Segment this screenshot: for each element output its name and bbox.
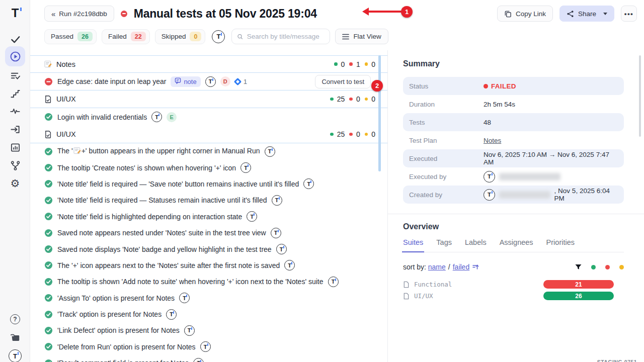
annotation-arrow-1 [363,6,401,17]
tester-avatar[interactable]: T [205,76,216,87]
sort-by-failed-link[interactable]: failed [453,263,469,271]
more-menu-button[interactable]: ••• [621,6,637,22]
overview-suite-row[interactable]: UI/UX26 [403,290,624,302]
test-row[interactable]: 'Note title' field is highlighted depend… [30,209,387,225]
tester-avatar[interactable]: T [276,244,287,254]
passed-status-icon [44,179,53,188]
sidebar-item-help[interactable]: ? [5,309,25,329]
copy-link-button[interactable]: Copy Link [497,6,553,22]
panel-scrollbar[interactable] [639,55,641,137]
test-row[interactable]: 'Link Defect' option is present for Note… [30,322,387,338]
tester-avatar[interactable]: T [272,195,282,206]
assignee-filter-avatar[interactable]: T [212,30,225,43]
sort-ascending-icon[interactable] [472,263,479,270]
test-row[interactable]: 'Note title' field is required — 'Save n… [30,176,387,192]
skipped-dot [365,133,368,136]
tester-avatar[interactable]: T [166,309,177,320]
test-row[interactable]: Saved note appears nested under 'Notes' … [30,225,387,241]
memo-icon [44,60,52,68]
legend-skipped-dot[interactable] [619,265,624,269]
sidebar-item-runs[interactable] [5,46,25,66]
tab-priorities[interactable]: Priorities [546,238,575,252]
redacted-username [499,173,560,180]
passed-status-icon [44,212,53,221]
list-scrollbar[interactable] [378,55,381,171]
test-row[interactable]: The tooltip is shown 'Add note to suite'… [30,274,387,290]
overview-count-bar: 21 [543,280,614,289]
test-row[interactable]: The tooltip 'Create notes' is shown when… [30,159,387,175]
suite-title: UI/UX [56,130,76,138]
suite-failed-count: 1 [356,60,360,68]
passed-status-icon [44,310,53,319]
legend-passed-dot[interactable] [591,265,596,269]
tester-avatar[interactable]: T [284,260,295,270]
test-title: Saved note appears nested under 'Notes' … [57,229,266,237]
test-row[interactable]: 'Result comment' field is present for No… [30,355,387,362]
tab-assignees[interactable]: Assignees [500,238,533,252]
page-title: Manual tests at 05 Nov 2025 19:04 [134,7,317,21]
tester-avatar[interactable]: T [265,146,275,157]
tab-suites[interactable]: Suites [403,238,423,252]
failed-label: Failed [108,33,127,40]
overview-suite-row[interactable]: Functional21 [403,279,624,290]
tab-labels[interactable]: Labels [465,238,487,252]
tester-avatar[interactable]: T [240,162,251,173]
search-box [231,29,330,44]
test-row[interactable]: 'Note title' field is required — Statuse… [30,192,387,208]
test-row[interactable]: The '+' button appears in the upper righ… [30,143,387,159]
sidebar-item-account[interactable]: T [5,346,25,362]
tester-avatar[interactable]: T [271,228,281,238]
suite-failed-count: 0 [356,130,360,138]
share-button[interactable]: Share [559,6,614,22]
flat-view-button[interactable]: Flat View [335,29,388,44]
suite-row[interactable]: Notes010 [30,55,387,73]
tester-avatar[interactable]: T [184,325,195,336]
overview-tabs: Suites Tags Labels Assignees Priorities [403,238,624,252]
label-badge-d[interactable]: D [220,76,230,86]
sidebar-item-settings[interactable]: ⚙ [5,173,25,194]
tester-avatar[interactable]: T [151,112,162,122]
tester-avatar[interactable]: T [303,178,314,189]
tab-tags[interactable]: Tags [436,238,452,252]
passed-count-badge: 26 [77,32,93,41]
test-row[interactable]: Login with invalid credentialsTE [30,108,387,126]
sidebar-item-branches[interactable] [5,155,25,175]
test-row[interactable]: Edge case: date input on leap yearnoteTD… [30,73,387,90]
sidebar-item-import[interactable] [5,119,25,139]
legend-failed-dot[interactable] [605,265,610,269]
sidebar-item-steps[interactable] [5,83,25,104]
test-row[interactable]: The '+' icon appears next to the 'Notes'… [30,257,387,274]
back-to-run-button[interactable]: « Run #2c198dbb [44,6,114,22]
test-list-pane: Notes010Edge case: date input on leap ye… [30,50,387,362]
jira-icon [233,77,242,85]
search-input[interactable] [247,33,325,40]
sidebar-item-analytics[interactable] [5,101,25,121]
tester-avatar[interactable]: T [200,341,211,352]
failed-dot [349,62,353,66]
tester-avatar[interactable]: T [179,293,190,303]
app-logo[interactable]: T [5,3,25,23]
filter-failed[interactable]: Failed 22 [102,29,150,44]
test-row[interactable]: Saved note displays 'Note' badge and yel… [30,241,387,257]
suite-row[interactable]: UI/UX2500 [30,90,387,108]
test-plan-link[interactable]: Notes [484,137,501,144]
sidebar-item-test-plans[interactable] [5,65,25,85]
label-badge-e[interactable]: E [167,112,177,122]
sort-by-name-link[interactable]: name [428,263,446,271]
branches-icon [10,160,21,171]
test-row[interactable]: 'Delete from Run' option is present for … [30,339,387,355]
filter-skipped[interactable]: Skipped 0 [155,29,206,44]
test-row[interactable]: 'Assign To' option is present for NotesT [30,290,387,306]
suite-row[interactable]: UI/UX2500 [30,126,387,143]
sidebar-item-reports[interactable] [5,137,25,157]
test-row[interactable]: 'Track' option is present for NotesT [30,306,387,322]
linked-issue[interactable]: 1 [235,78,248,85]
tester-avatar[interactable]: T [193,358,204,362]
filter-passed[interactable]: Passed 26 [44,29,97,44]
tester-avatar[interactable]: T [328,277,339,287]
filter-funnel-icon[interactable] [575,264,582,270]
sidebar-item-projects[interactable] [5,328,25,348]
tester-avatar[interactable]: T [247,211,257,222]
convert-to-test-button[interactable]: Convert to test [315,75,371,88]
suite-skipped-count: 0 [371,60,375,68]
